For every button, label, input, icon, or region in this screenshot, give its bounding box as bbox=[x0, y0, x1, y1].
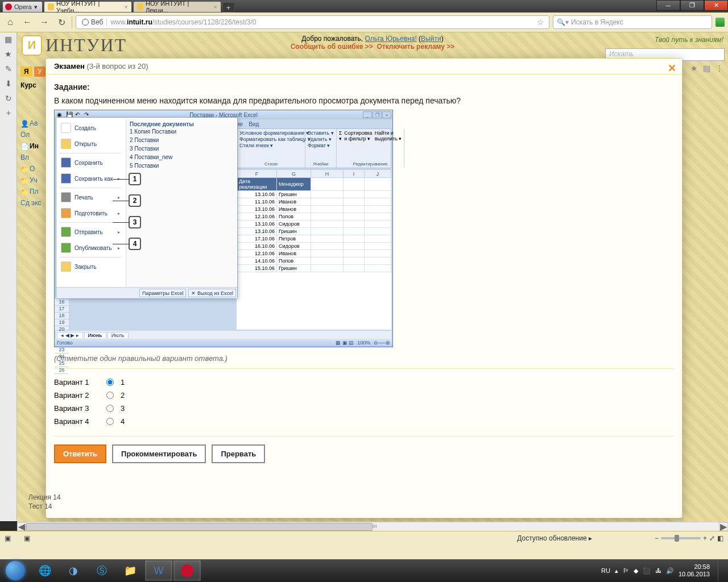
close-icon[interactable]: × bbox=[214, 4, 217, 10]
report-error-link[interactable]: Сообщить об ошибке >> bbox=[291, 43, 373, 51]
reload-icon[interactable]: ↻ bbox=[55, 15, 68, 29]
site-logo-icon[interactable]: И bbox=[22, 35, 42, 56]
answer-options: Вариант 11 Вариант 22 Вариант 33 Вариант… bbox=[54, 376, 674, 428]
tray-icon[interactable]: ⬛ bbox=[643, 567, 651, 575]
logout-link[interactable]: Выйти bbox=[421, 35, 441, 43]
address-prefix[interactable]: Веб bbox=[78, 18, 107, 26]
bookmark-star-icon[interactable]: ☆ bbox=[535, 18, 547, 27]
option-label: Вариант 3 bbox=[54, 404, 100, 413]
option-label: Вариант 1 bbox=[54, 378, 100, 386]
taskbar-chrome[interactable]: 🌐 bbox=[31, 560, 59, 581]
disable-ads-link[interactable]: Отключить рекламу >> bbox=[377, 43, 454, 51]
user-link[interactable]: Ольга Юрьевна! bbox=[365, 35, 416, 43]
status-led-icon[interactable] bbox=[715, 18, 725, 27]
course-label: Курс bbox=[20, 79, 46, 92]
scrollbar-thumb[interactable] bbox=[26, 523, 373, 531]
taskbar-explorer[interactable]: 📁 bbox=[117, 560, 144, 581]
list-item[interactable]: Вл bbox=[20, 152, 46, 163]
scroll-left-icon[interactable]: ◀ bbox=[17, 522, 26, 531]
browser-tab[interactable]: НОУ ИНТУИТ | Лекци...× bbox=[133, 1, 221, 13]
history-icon[interactable]: ↻ bbox=[4, 94, 13, 103]
modal-close-icon[interactable]: ✕ bbox=[668, 62, 676, 74]
windows-logo-icon bbox=[6, 561, 25, 580]
excel-grid: FGHIJ Дата реализацииМенеджер 13.10.06Гр… bbox=[237, 169, 391, 330]
comment-button[interactable]: Прокомментировать bbox=[112, 444, 206, 463]
task-question: В каком подчиненном меню находится коман… bbox=[54, 96, 674, 105]
question-image: ◉💾↶↷ Поставки - Microsoft Excel _❐× иеВи… bbox=[54, 110, 393, 347]
sitemap-icon[interactable]: ▤ bbox=[703, 64, 712, 73]
list-item[interactable]: Сд экс bbox=[20, 197, 46, 209]
add-panel-icon[interactable]: ＋ bbox=[4, 109, 13, 118]
language-indicator[interactable]: RU bbox=[601, 567, 610, 574]
menu-icon[interactable]: ⋮ bbox=[715, 64, 725, 73]
list-item[interactable]: 👤Ав bbox=[20, 118, 46, 129]
zoom-slider[interactable] bbox=[661, 537, 701, 539]
option-radio-3[interactable] bbox=[106, 405, 114, 412]
address-bar[interactable]: Веб www.intuit.ru/studies/courses/1128/2… bbox=[76, 15, 549, 29]
network-icon[interactable]: 🖧 bbox=[655, 567, 661, 574]
tab-title: НОУ ИНТУИТ | Учебн... bbox=[56, 0, 121, 14]
update-available-link[interactable]: Доступно обновление bbox=[517, 534, 586, 542]
abort-button[interactable]: Прервать bbox=[212, 444, 265, 463]
search-box[interactable]: 🔍▾Искать в Яндекс bbox=[553, 15, 712, 29]
option-radio-2[interactable] bbox=[106, 392, 114, 399]
site-brand: ИНТУИТ bbox=[46, 35, 127, 56]
taskbar-word[interactable]: W bbox=[145, 560, 172, 581]
new-tab-button[interactable]: + bbox=[222, 2, 235, 13]
star-icon[interactable]: ★ bbox=[690, 64, 700, 73]
horizontal-scrollbar[interactable]: ◀ III ▶ bbox=[17, 522, 728, 531]
window-titlebar: Opera ▾ НОУ ИНТУИТ | Учебн...× НОУ ИНТУИ… bbox=[0, 0, 728, 13]
list-item[interactable]: 📄Ин bbox=[20, 140, 46, 152]
bookmark-icon[interactable]: ★ bbox=[4, 49, 13, 59]
tray-icon[interactable]: ◆ bbox=[634, 567, 638, 575]
start-button[interactable] bbox=[0, 559, 31, 582]
windows-taskbar: 🌐 ◑ Ⓢ 📁 W RU ▴ 🏳 ◆ ⬛ 🖧 🔊 20:5810.06.2013 bbox=[0, 559, 728, 582]
option-value: 3 bbox=[121, 404, 125, 413]
scroll-right-icon[interactable]: ▶ bbox=[719, 522, 728, 531]
lecture-link[interactable]: Лекция 14 bbox=[28, 493, 61, 502]
zoom-in-icon[interactable]: + bbox=[703, 534, 707, 542]
volume-icon[interactable]: 🔊 bbox=[666, 567, 674, 575]
list-item[interactable]: 📁Уч bbox=[20, 174, 46, 186]
tray-up-icon[interactable]: ▴ bbox=[615, 567, 618, 575]
maximize-button[interactable]: ❐ bbox=[680, 0, 704, 11]
tab-ya[interactable]: Я bbox=[20, 66, 32, 77]
fit-icon[interactable]: ⤢ bbox=[709, 534, 715, 542]
tab-group-icon[interactable]: ▣ bbox=[5, 534, 11, 542]
tab-group-icon[interactable]: ▣ bbox=[24, 534, 30, 542]
download-icon[interactable]: ⬇ bbox=[4, 79, 13, 88]
opera-menu-button[interactable]: Opera ▾ bbox=[2, 1, 43, 13]
panel-icon[interactable]: ▦ bbox=[4, 35, 13, 44]
option-label: Вариант 2 bbox=[54, 391, 100, 400]
note-icon[interactable]: ✎ bbox=[4, 64, 13, 73]
close-icon[interactable]: × bbox=[125, 4, 128, 10]
opera-logo-icon bbox=[5, 3, 12, 10]
settings-icon[interactable]: ◧ bbox=[717, 534, 723, 542]
answer-hint: (Отметьте один правильный вариант ответа… bbox=[54, 354, 674, 369]
sheet-tabs: ◂ ◀ ▶ ▸ИюньИюль bbox=[56, 331, 391, 339]
test-link[interactable]: Тест 14 bbox=[28, 502, 61, 511]
taskbar-app[interactable]: ◑ bbox=[60, 560, 87, 581]
minimize-button[interactable]: ─ bbox=[656, 0, 680, 11]
submit-button[interactable]: Ответить bbox=[54, 444, 106, 463]
home-icon[interactable]: ⌂ bbox=[3, 15, 17, 29]
option-label: Вариант 4 bbox=[54, 417, 100, 426]
show-desktop-button[interactable] bbox=[718, 560, 723, 581]
list-item[interactable]: 📁Пл bbox=[20, 186, 46, 197]
tab-u[interactable]: У bbox=[34, 66, 46, 77]
flag-icon[interactable]: 🏳 bbox=[623, 567, 629, 574]
list-item[interactable]: 📁О bbox=[20, 163, 46, 174]
forward-icon[interactable]: → bbox=[38, 15, 51, 29]
taskbar-opera[interactable] bbox=[173, 560, 201, 581]
zoom-out-icon[interactable]: − bbox=[655, 534, 659, 542]
option-radio-4[interactable] bbox=[106, 418, 114, 425]
excel-exit-button: ✕ Выход из Excel bbox=[188, 289, 236, 297]
browser-tab[interactable]: НОУ ИНТУИТ | Учебн...× bbox=[44, 1, 132, 13]
opera-label: Opera bbox=[14, 3, 32, 10]
close-window-button[interactable]: ✕ bbox=[704, 0, 728, 11]
back-icon[interactable]: ← bbox=[20, 15, 34, 29]
taskbar-clock[interactable]: 20:5810.06.2013 bbox=[679, 563, 710, 578]
option-radio-1[interactable] bbox=[106, 379, 114, 386]
taskbar-skype[interactable]: Ⓢ bbox=[88, 560, 115, 581]
list-item[interactable]: Ол bbox=[20, 129, 46, 140]
